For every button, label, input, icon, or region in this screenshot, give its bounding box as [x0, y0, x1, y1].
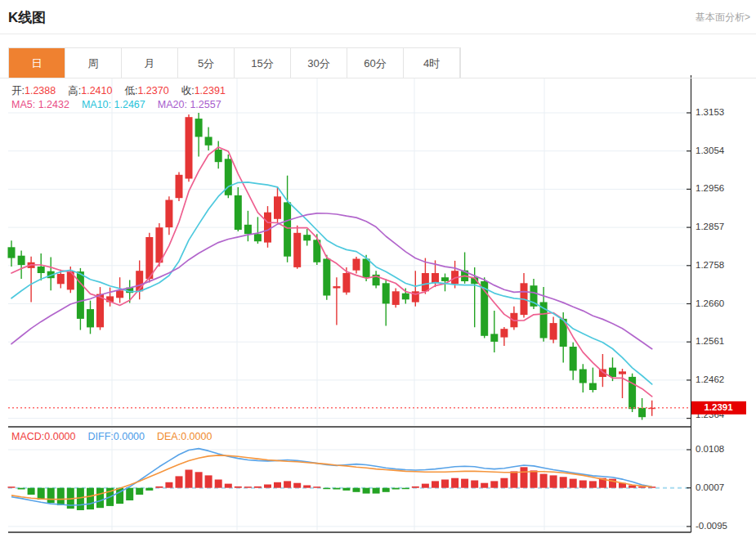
- candle-body[interactable]: [195, 119, 203, 137]
- candle-body[interactable]: [363, 259, 370, 278]
- tabs-underline: [0, 78, 756, 78]
- candle-body[interactable]: [303, 235, 311, 240]
- candle-body[interactable]: [254, 234, 262, 241]
- macd-histogram-bar: [471, 481, 478, 488]
- y-tick-label: 1.2857: [696, 222, 724, 231]
- macd-histogram-bar: [313, 486, 320, 488]
- candle-body[interactable]: [422, 273, 429, 291]
- candle-body[interactable]: [382, 283, 390, 303]
- tab-monthly[interactable]: 月: [122, 48, 178, 78]
- candle-body[interactable]: [490, 334, 498, 342]
- ma-legend: MA5: 1.2432 MA10: 1.2467 MA20: 1.2557: [11, 99, 221, 110]
- ma10-readout: MA10: 1.2467: [82, 99, 145, 110]
- candle-body[interactable]: [323, 259, 330, 296]
- candle-body[interactable]: [186, 117, 193, 178]
- macd-histogram-bar: [550, 475, 557, 487]
- macd-histogram-bar: [176, 476, 183, 487]
- macd-histogram-bar: [235, 486, 242, 488]
- macd-histogram-bar: [490, 481, 498, 487]
- tab-weekly[interactable]: 周: [65, 48, 122, 78]
- y-tick-label: 1.2758: [696, 260, 724, 270]
- candle-body[interactable]: [333, 286, 340, 288]
- macd-histogram-bar: [136, 488, 143, 495]
- macd-histogram-bar: [441, 480, 449, 488]
- ohlc-low: 低:1.2370: [124, 84, 168, 98]
- macd-histogram-bar: [186, 470, 193, 488]
- candle-body[interactable]: [205, 137, 212, 145]
- macd-histogram-bar: [8, 486, 16, 488]
- candle-body[interactable]: [500, 329, 508, 337]
- candle-body[interactable]: [274, 196, 281, 218]
- macd-histogram-bar: [57, 488, 65, 505]
- candle-body[interactable]: [145, 237, 153, 279]
- macd-histogram-bar: [363, 488, 370, 494]
- tab-5min[interactable]: 5分: [178, 48, 235, 78]
- candle-body[interactable]: [579, 370, 587, 383]
- candle-body[interactable]: [284, 202, 291, 256]
- candle-body[interactable]: [77, 271, 84, 319]
- macd-histogram-bar: [28, 488, 35, 495]
- macd-histogram-bar: [225, 484, 232, 488]
- macd-histogram-bar: [254, 486, 262, 488]
- macd-histogram-bar: [87, 488, 94, 509]
- header-divider: [0, 34, 756, 34]
- candle-body[interactable]: [609, 368, 616, 377]
- macd-legend: MACD:0.0000 DIFF:0.0000 DEA:0.0000: [11, 431, 212, 442]
- candle-body[interactable]: [96, 294, 104, 328]
- macd-histogram-bar: [540, 474, 548, 488]
- interval-tabs: 日周月5分15分30分60分4时: [8, 47, 461, 78]
- macd-histogram-bar: [293, 483, 301, 488]
- candle-body[interactable]: [638, 408, 646, 417]
- candle-body[interactable]: [176, 175, 183, 198]
- candle-body[interactable]: [550, 323, 557, 339]
- macd-histogram-bar: [303, 486, 311, 488]
- candle-body[interactable]: [244, 225, 252, 234]
- macd-histogram-bar: [481, 483, 488, 488]
- y-tick-label: 1.2561: [696, 336, 724, 346]
- kline-chart-canvas[interactable]: 1.31531.30541.29561.28571.27581.26601.25…: [0, 0, 756, 538]
- tab-60min[interactable]: 60分: [347, 48, 404, 78]
- candle-body[interactable]: [293, 233, 301, 267]
- ma5-readout: MA5: 1.2432: [11, 99, 69, 110]
- candle-body[interactable]: [619, 371, 626, 374]
- ma5-line: [11, 147, 652, 397]
- candle-body[interactable]: [215, 150, 222, 162]
- macd-histogram-bar: [500, 478, 508, 488]
- fundamental-analysis-link[interactable]: 基本面分析>: [696, 11, 750, 25]
- candle-body[interactable]: [342, 273, 350, 293]
- macd-histogram-bar: [145, 488, 153, 491]
- candle-body[interactable]: [57, 274, 65, 284]
- macd-histogram-bar: [274, 482, 281, 488]
- macd-histogram-bar: [47, 488, 55, 504]
- candle-body[interactable]: [87, 309, 94, 327]
- tab-daily[interactable]: 日: [9, 48, 65, 78]
- macd-readout: MACD:0.0000: [11, 431, 76, 442]
- candle-body[interactable]: [432, 273, 439, 283]
- candle-body[interactable]: [392, 291, 400, 305]
- candle-body[interactable]: [589, 383, 597, 391]
- candle-body[interactable]: [38, 267, 45, 273]
- tab-30min[interactable]: 30分: [291, 48, 347, 78]
- candle-body[interactable]: [116, 290, 123, 298]
- macd-histogram-bar: [155, 486, 163, 488]
- macd-histogram-bar: [579, 481, 587, 488]
- macd-histogram-bar: [402, 488, 409, 490]
- ohlc-close: 收:1.2391: [181, 84, 226, 98]
- ohlc-high: 高:1.2410: [68, 84, 112, 98]
- candle-body[interactable]: [570, 347, 577, 370]
- candle-body[interactable]: [165, 200, 172, 228]
- candle-body[interactable]: [18, 256, 25, 265]
- candle-body[interactable]: [8, 247, 16, 258]
- tab-4hour[interactable]: 4时: [404, 48, 460, 78]
- candle-body[interactable]: [441, 277, 449, 281]
- macd-histogram-bar: [589, 481, 597, 487]
- tab-15min[interactable]: 15分: [235, 48, 291, 78]
- macd-histogram-bar: [77, 488, 84, 510]
- ma10-line: [11, 182, 652, 384]
- candle-body[interactable]: [235, 195, 242, 230]
- candle-body[interactable]: [402, 294, 409, 300]
- candle-body[interactable]: [264, 213, 271, 243]
- macd-histogram-bar: [96, 488, 104, 509]
- candle-body[interactable]: [155, 227, 163, 262]
- candle-body[interactable]: [353, 259, 360, 271]
